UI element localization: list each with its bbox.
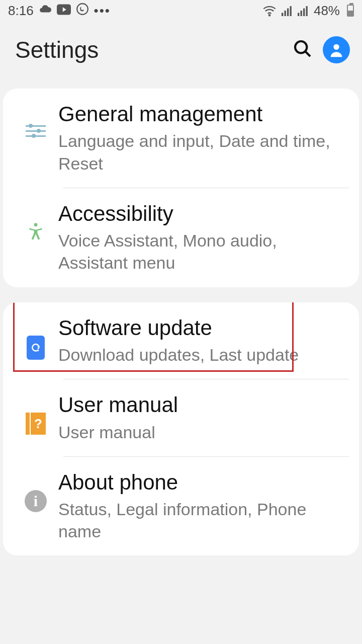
svg-point-14 [34,223,38,226]
item-title: Accessibility [58,201,344,226]
book-icon: ? [13,392,58,435]
item-about-phone[interactable]: i About phone Status, Legal information,… [3,457,359,556]
item-general-management[interactable]: General management Language and input, D… [3,89,359,188]
update-icon [13,315,58,360]
status-bar: 8:16 ••• 48% [0,0,362,21]
svg-point-11 [295,41,307,53]
item-software-update[interactable]: Software update Download updates, Last u… [3,302,359,379]
svg-rect-8 [300,11,302,16]
item-accessibility[interactable]: Accessibility Voice Assistant, Mono audi… [3,188,359,287]
youtube-icon [57,3,71,19]
profile-icon [323,36,350,63]
settings-group-1: General management Language and input, D… [3,89,359,287]
item-title: Software update [58,315,344,341]
svg-rect-3 [282,13,283,16]
svg-rect-7 [298,13,299,16]
item-user-manual[interactable]: ? User manual User manual [3,379,359,456]
battery-percent: 48% [314,3,340,19]
item-subtitle: Download updates, Last update [58,344,344,366]
status-time: 8:16 [8,3,34,19]
info-icon: i [13,470,58,512]
item-subtitle: Voice Assistant, Mono audio, Assistant m… [58,229,344,274]
item-title: User manual [58,392,344,418]
settings-header: Settings [0,21,362,89]
settings-group-2: Software update Download updates, Last u… [3,302,359,556]
accessibility-icon [13,201,58,242]
svg-line-12 [305,51,310,56]
svg-rect-10 [306,6,307,16]
item-title: About phone [58,470,344,495]
search-button[interactable] [293,39,313,61]
svg-point-1 [77,4,88,15]
cloud-icon [39,3,52,19]
search-icon [293,39,313,59]
svg-rect-5 [287,9,289,16]
more-icon: ••• [94,3,111,19]
wifi-icon [262,5,277,17]
page-title: Settings [15,36,283,63]
status-left: 8:16 ••• [8,3,111,19]
svg-rect-6 [290,6,291,16]
signal-2-icon [298,5,309,16]
whatsapp-icon [76,3,89,19]
item-subtitle: User manual [58,421,344,443]
svg-rect-4 [284,11,286,16]
status-right: 48% [262,3,354,19]
battery-icon [347,5,354,17]
signal-1-icon [282,5,293,16]
profile-button[interactable] [323,36,350,63]
svg-point-13 [333,44,339,50]
item-title: General management [58,102,344,127]
svg-rect-9 [303,9,305,16]
svg-point-2 [269,15,270,16]
sliders-icon [13,102,58,140]
item-subtitle: Status, Legal information, Phone name [58,498,344,542]
item-subtitle: Language and input, Date and time, Reset [58,130,344,174]
